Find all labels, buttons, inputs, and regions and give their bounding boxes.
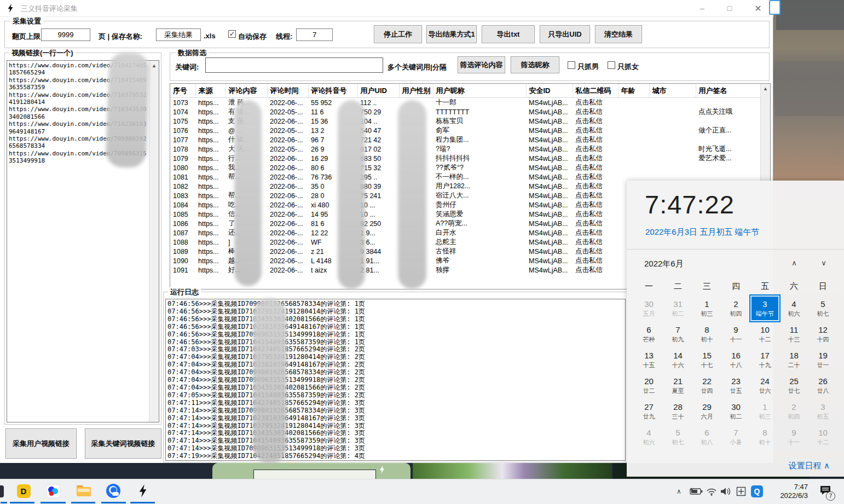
tray-browser-icon[interactable]: Q: [751, 479, 763, 504]
schedule-link[interactable]: 设置日程 ∧: [627, 461, 830, 471]
column-header[interactable]: 评论时间: [267, 84, 308, 98]
calendar-day[interactable]: 11十三: [779, 321, 808, 347]
calendar-day[interactable]: 3端午节: [750, 296, 779, 321]
calendar-day[interactable]: 5初七: [808, 296, 837, 321]
calendar-day[interactable]: 4初六: [634, 424, 663, 450]
calendar-day[interactable]: 3初五: [808, 398, 837, 424]
minimize-button[interactable]: –: [690, 1, 715, 16]
filter-comment-button[interactable]: 筛选评论内容: [458, 56, 505, 73]
calendar-day[interactable]: 30初二: [721, 398, 750, 424]
calendar-day[interactable]: 24廿六: [750, 373, 779, 398]
calendar-day[interactable]: 27廿九: [634, 398, 663, 424]
calendar-day[interactable]: 26廿八: [808, 373, 837, 398]
thread-input[interactable]: 7: [296, 28, 333, 41]
autosave-checkbox[interactable]: ✓: [228, 30, 236, 38]
focused-element-outline[interactable]: [769, 0, 781, 15]
calendar-next-chevron-icon[interactable]: ∨: [816, 257, 831, 268]
ime-input-icon[interactable]: [736, 479, 746, 504]
taskbar-douyin-tool-icon[interactable]: D: [16, 484, 31, 498]
calendar-day[interactable]: 1初三: [750, 398, 779, 424]
calendar-day[interactable]: 22廿四: [692, 373, 721, 398]
calendar-day[interactable]: 7初九: [663, 321, 692, 347]
column-header[interactable]: 评论抖音号: [308, 84, 357, 98]
links-scrollbar[interactable]: ▲: [149, 61, 159, 422]
collect-user-videos-button[interactable]: 采集用户视频链接: [5, 428, 77, 459]
keyword-input[interactable]: [205, 57, 383, 73]
collect-keyword-videos-button[interactable]: 采集关键词视频链接: [85, 428, 161, 459]
female-only-checkbox[interactable]: [608, 61, 615, 69]
calendar-day[interactable]: 16十八: [721, 347, 750, 373]
calendar-day[interactable]: 6初八: [692, 424, 721, 450]
column-header[interactable]: 私信二维码: [573, 84, 618, 98]
calendar-day[interactable]: 2初四: [779, 398, 808, 424]
chevron-up-icon[interactable]: ∧: [824, 461, 830, 470]
schedule-label[interactable]: 设置日程: [789, 461, 822, 470]
battery-icon[interactable]: [690, 479, 703, 504]
calendar-day[interactable]: 9十一: [721, 321, 750, 347]
taskbar-browser-icon[interactable]: [106, 484, 120, 498]
calendar-day[interactable]: 23廿五: [721, 373, 750, 398]
tray-clock[interactable]: 7:47 2022/6/3: [770, 479, 808, 504]
calendar-day[interactable]: 13十五: [634, 347, 663, 373]
column-header[interactable]: 城市: [649, 84, 696, 98]
calendar-day[interactable]: 30五月: [634, 296, 663, 321]
column-header[interactable]: 序号: [170, 84, 195, 98]
clock-date-link[interactable]: 2022年6月3日 五月初五 端午节: [645, 227, 759, 237]
column-header[interactable]: 评论内容: [226, 84, 267, 98]
run-log[interactable]: 07:46:56>>>采集视频ID7099801926568578334的评论第…: [165, 299, 626, 461]
calendar-day[interactable]: 1初三: [692, 296, 721, 321]
calendar-day[interactable]: 25廿七: [779, 373, 808, 398]
calendar-day[interactable]: 29六月: [692, 398, 721, 424]
column-header[interactable]: 安全ID: [526, 84, 573, 98]
taskbar-netdisk-icon[interactable]: [46, 484, 60, 498]
calendar-day[interactable]: 19廿一: [808, 347, 837, 373]
calendar-day[interactable]: 5初七: [663, 424, 692, 450]
calendar-day[interactable]: 8初十: [750, 424, 779, 450]
clear-results-button[interactable]: 清空结果: [595, 25, 642, 43]
calendar-day[interactable]: 10十二: [750, 321, 779, 347]
wifi-icon[interactable]: [706, 479, 717, 504]
calendar-day[interactable]: 10十二: [808, 424, 837, 450]
calendar-day[interactable]: 17十九: [750, 347, 779, 373]
export-mode1-button[interactable]: 导出结果方式1: [426, 25, 477, 43]
calendar-day[interactable]: 20廿二: [634, 373, 663, 398]
scroll-up-arrow[interactable]: ▲: [761, 84, 770, 93]
table-cell: 时光飞逝...: [696, 144, 761, 154]
male-only-checkbox[interactable]: [568, 61, 575, 69]
tray-expand-chevron-icon[interactable]: ∧: [677, 479, 687, 504]
calendar-day[interactable]: 4初六: [779, 296, 808, 321]
stop-button[interactable]: 停止工作: [374, 25, 422, 43]
maximize-button[interactable]: □: [717, 1, 742, 16]
column-header[interactable]: 用户性别: [399, 84, 433, 98]
export-uid-button[interactable]: 只导出UID: [540, 25, 590, 43]
column-header[interactable]: 用户签名: [696, 84, 761, 98]
calendar-day[interactable]: 28三十: [663, 398, 692, 424]
taskbar-file-explorer-icon[interactable]: [77, 484, 91, 498]
calendar-day[interactable]: 18二十: [779, 347, 808, 373]
calendar-day[interactable]: 21夏至: [663, 373, 692, 398]
notification-center-icon[interactable]: 7: [819, 479, 831, 504]
calendar-prev-chevron-icon[interactable]: ∧: [787, 257, 802, 268]
page-limit-input[interactable]: 9999: [41, 28, 90, 41]
taskbar-partial-icon[interactable]: [0, 485, 4, 497]
column-header[interactable]: 用户昵称: [433, 84, 526, 98]
column-header[interactable]: 年龄: [618, 84, 649, 98]
calendar-day[interactable]: 7小暑: [721, 424, 750, 450]
filter-nickname-button[interactable]: 筛选昵称: [511, 56, 559, 73]
volume-icon[interactable]: [720, 479, 732, 504]
calendar-day[interactable]: 14十六: [663, 347, 692, 373]
save-name-input[interactable]: 采集结果: [156, 28, 201, 41]
calendar-day[interactable]: 6芒种: [634, 321, 663, 347]
calendar-day[interactable]: 2初四: [721, 296, 750, 321]
calendar-day[interactable]: 9十一: [779, 424, 808, 450]
calendar-day[interactable]: 8初十: [692, 321, 721, 347]
calendar-day[interactable]: 15十七: [692, 347, 721, 373]
calendar-day[interactable]: 31初二: [663, 296, 692, 321]
scroll-up-arrow[interactable]: ▲: [149, 61, 159, 70]
taskbar-lightning-app-icon[interactable]: [136, 484, 150, 498]
calendar-day[interactable]: 12十四: [808, 321, 837, 347]
column-header[interactable]: 来源: [195, 84, 226, 98]
export-txt-button[interactable]: 导出txt: [482, 25, 535, 43]
close-button[interactable]: ✕: [745, 1, 771, 16]
column-header[interactable]: 用户UID: [357, 84, 399, 98]
